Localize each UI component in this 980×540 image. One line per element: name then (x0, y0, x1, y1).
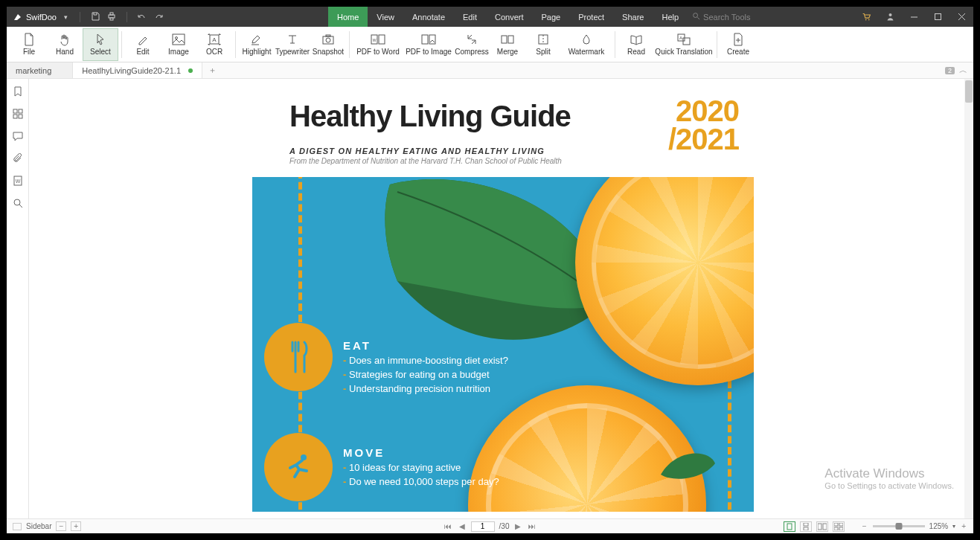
maximize-button[interactable] (926, 7, 949, 27)
view-single-icon[interactable] (784, 521, 795, 532)
expand-left-icon[interactable]: + (71, 521, 81, 531)
sidebar-label[interactable]: Sidebar (26, 522, 51, 530)
search-panel-icon[interactable] (11, 196, 25, 210)
tool-hand[interactable]: Hand (47, 28, 83, 61)
next-page-icon[interactable]: ▶ (513, 522, 522, 530)
left-sidebar: W (7, 79, 29, 518)
view-facing-icon[interactable] (816, 521, 828, 532)
tool-merge[interactable]: Merge (490, 28, 525, 61)
svg-rect-12 (173, 34, 185, 45)
search-tools-placeholder: Search Tools (703, 13, 750, 22)
tool-read[interactable]: Read (618, 28, 654, 61)
modified-indicator-icon (188, 68, 193, 73)
svg-rect-45 (823, 524, 827, 530)
move-line: Do we need 10,000 steps per day? (343, 476, 499, 487)
tool-typewriter[interactable]: Typewriter (275, 28, 310, 61)
tool-snapshot[interactable]: Snapshot (310, 28, 346, 61)
read-icon (630, 33, 643, 46)
menu-home[interactable]: Home (328, 7, 368, 27)
menu-annotate[interactable]: Annotate (403, 7, 454, 27)
menu-page[interactable]: Page (533, 7, 570, 27)
highlight-icon (250, 33, 263, 46)
tool-select[interactable]: Select (83, 28, 118, 61)
scrollbar[interactable] (964, 79, 973, 518)
sidebar-toggle-icon[interactable] (13, 523, 22, 530)
collapse-left-icon[interactable]: − (56, 521, 66, 531)
svg-text:W: W (15, 179, 20, 184)
tool-highlight[interactable]: Highlight (239, 28, 275, 61)
tool-image[interactable]: Image (161, 28, 196, 61)
svg-rect-9 (935, 14, 941, 20)
menu-edit[interactable]: Edit (454, 7, 486, 27)
menu-share[interactable]: Share (613, 7, 653, 27)
view-continuous-icon[interactable] (800, 521, 812, 532)
tool-pdf-to-image[interactable]: PDF to Image (403, 28, 454, 61)
tool-compress[interactable]: Compress (454, 28, 490, 61)
edit-icon (137, 33, 149, 46)
tool-quick-translation[interactable]: A Quick Translation (654, 28, 714, 61)
tool-split[interactable]: Split (525, 28, 561, 61)
tool-watermark[interactable]: Watermark (561, 28, 612, 61)
attachment-icon[interactable] (11, 152, 25, 165)
zoom-out-icon[interactable]: − (861, 522, 868, 530)
compress-icon (466, 33, 478, 46)
page-nav: ⏮ ◀ /30 ▶ ⏭ (443, 521, 538, 532)
collapse-ribbon-icon[interactable]: ︿ (959, 65, 967, 76)
svg-rect-32 (13, 109, 17, 113)
new-tab-button[interactable]: ＋ (202, 62, 222, 78)
svg-rect-47 (839, 523, 843, 526)
zoom-in-icon[interactable]: + (960, 522, 967, 530)
page-input[interactable] (471, 521, 495, 532)
zoom-dropdown-icon[interactable]: ▾ (952, 523, 955, 530)
prev-page-icon[interactable]: ◀ (458, 522, 467, 530)
svg-point-38 (14, 199, 20, 205)
tool-edit[interactable]: Edit (125, 28, 161, 61)
first-page-icon[interactable]: ⏮ (443, 522, 453, 530)
app-menu-dropdown-icon[interactable]: ▾ (64, 13, 68, 21)
eat-title: EAT (343, 339, 508, 352)
image-icon (172, 33, 185, 46)
zoom-slider[interactable] (873, 525, 925, 527)
menu-convert[interactable]: Convert (486, 7, 533, 27)
user-icon[interactable] (878, 7, 902, 27)
save-icon[interactable] (89, 12, 101, 22)
pdf-word-icon: W (371, 33, 385, 46)
comments-icon[interactable] (11, 129, 25, 143)
close-button[interactable] (949, 7, 973, 27)
view-facing-continuous-icon[interactable] (833, 521, 845, 532)
print-icon[interactable] (106, 12, 118, 22)
search-tools[interactable]: Search Tools (692, 7, 750, 27)
move-line: 10 ideas for staying active (343, 462, 499, 473)
tab-marketing[interactable]: marketing (7, 62, 73, 78)
tool-file[interactable]: File (11, 28, 47, 61)
menu-view[interactable]: View (368, 7, 403, 27)
svg-line-4 (697, 17, 699, 19)
thumbnails-icon[interactable] (11, 107, 25, 120)
menu-protect[interactable]: Protect (569, 7, 613, 27)
doc-title: Healthy Living Guide (289, 100, 571, 132)
tab-healthy-living-guide[interactable]: HeatlhyLivingGuide20-21.1 (73, 62, 202, 78)
tool-create[interactable]: Create (720, 28, 756, 61)
bookmark-icon[interactable] (11, 85, 25, 98)
tool-pdf-to-word[interactable]: W PDF to Word (353, 28, 403, 61)
running-icon (281, 450, 316, 484)
word-export-icon[interactable]: W (11, 174, 25, 187)
minimize-button[interactable] (902, 7, 926, 27)
redo-icon[interactable] (153, 12, 164, 22)
svg-point-7 (888, 13, 891, 16)
last-page-icon[interactable]: ⏭ (527, 522, 537, 530)
svg-rect-43 (804, 527, 808, 530)
search-icon (692, 12, 700, 22)
eat-line: Strategies for eating on a budget (343, 369, 508, 380)
document-viewer[interactable]: Healthy Living Guide 2020 /2021 A DIGEST… (29, 79, 973, 518)
svg-rect-2 (110, 18, 113, 20)
cart-icon[interactable] (854, 7, 878, 27)
undo-icon[interactable] (136, 12, 148, 22)
tool-ocr[interactable]: A OCR (196, 28, 232, 61)
scrollbar-thumb[interactable] (965, 80, 973, 103)
menu-help[interactable]: Help (653, 7, 688, 27)
pdf-page: Healthy Living Guide 2020 /2021 A DIGEST… (252, 79, 754, 518)
tab-label: HeatlhyLivingGuide20-21.1 (82, 66, 181, 75)
notification-badge[interactable]: 2 (945, 67, 955, 74)
eat-icon-circle (264, 323, 333, 391)
